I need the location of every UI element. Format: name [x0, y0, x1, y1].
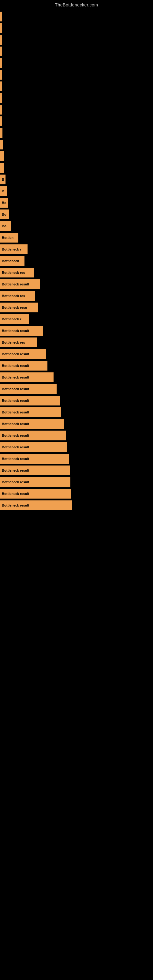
- bar-row: Bottlen: [0, 233, 153, 243]
- bar-row: [0, 93, 153, 103]
- bar-row: Bottleneck result: [0, 384, 153, 394]
- result-bar: [0, 12, 2, 21]
- bar-row: Bottleneck result: [0, 396, 153, 406]
- bar-row: Bottleneck result: [0, 454, 153, 464]
- bar-row: Bo: [0, 198, 153, 208]
- bar-row: [0, 46, 153, 56]
- bar-row: B: [0, 175, 153, 185]
- bar-row: Bottleneck: [0, 256, 153, 266]
- result-bar: Bottleneck res: [0, 291, 35, 301]
- result-bar: Bottleneck result: [0, 372, 54, 382]
- bar-row: [0, 70, 153, 80]
- bar-row: Bottleneck r: [0, 314, 153, 324]
- bar-row: [0, 23, 153, 33]
- result-bar: Bo: [0, 210, 9, 219]
- result-bar: [0, 128, 2, 138]
- bar-row: Bottleneck result: [0, 431, 153, 441]
- bar-row: Bottleneck res: [0, 291, 153, 301]
- bar-row: [0, 81, 153, 91]
- result-bar: [0, 81, 2, 91]
- bar-row: Bottleneck result: [0, 361, 153, 371]
- result-bar: Bottleneck result: [0, 500, 72, 510]
- result-bar: Bottleneck result: [0, 349, 46, 359]
- bars-wrapper: BBBoBoBoBottlenBottleneck rBottleneckBot…: [0, 9, 153, 510]
- bar-row: [0, 163, 153, 173]
- bar-row: Bottleneck result: [0, 407, 153, 417]
- bar-row: B: [0, 186, 153, 196]
- result-bar: Bottleneck result: [0, 431, 66, 441]
- result-bar: [0, 163, 4, 173]
- result-bar: [0, 23, 2, 33]
- bar-row: Bottleneck result: [0, 279, 153, 289]
- result-bar: Bottleneck result: [0, 396, 60, 406]
- result-bar: Bottleneck r: [0, 314, 29, 324]
- bar-row: Bottleneck result: [0, 349, 153, 359]
- result-bar: [0, 70, 2, 80]
- bar-row: Bottleneck res: [0, 268, 153, 277]
- bar-row: Bo: [0, 221, 153, 231]
- result-bar: Bottlen: [0, 233, 18, 243]
- result-bar: Bottleneck result: [0, 407, 61, 417]
- result-bar: Bottleneck result: [0, 361, 48, 371]
- result-bar: [0, 151, 4, 161]
- result-bar: Bottleneck result: [0, 279, 40, 289]
- site-title: TheBottlenecker.com: [0, 0, 153, 9]
- bar-row: [0, 105, 153, 115]
- result-bar: Bottleneck result: [0, 384, 57, 394]
- result-bar: [0, 58, 2, 68]
- result-bar: Bottleneck result: [0, 489, 71, 499]
- result-bar: [0, 116, 2, 126]
- result-bar: Bottleneck result: [0, 477, 70, 487]
- result-bar: Bottleneck: [0, 256, 24, 266]
- bar-row: Bottleneck result: [0, 500, 153, 510]
- bar-row: [0, 58, 153, 68]
- bar-row: Bottleneck resu: [0, 302, 153, 312]
- result-bar: [0, 46, 2, 56]
- result-bar: Bo: [0, 221, 11, 231]
- result-bar: Bottleneck res: [0, 337, 37, 347]
- result-bar: Bottleneck resu: [0, 302, 38, 312]
- result-bar: Bottleneck result: [0, 419, 64, 429]
- result-bar: Bottleneck result: [0, 454, 69, 464]
- bar-row: Bottleneck r: [0, 244, 153, 254]
- bar-row: [0, 151, 153, 161]
- result-bar: Bo: [0, 198, 8, 208]
- bar-row: Bottleneck result: [0, 466, 153, 475]
- bar-row: Bottleneck result: [0, 477, 153, 487]
- bar-row: Bottleneck result: [0, 326, 153, 336]
- bar-row: Bottleneck result: [0, 419, 153, 429]
- result-bar: Bottleneck result: [0, 326, 43, 336]
- bar-row: [0, 35, 153, 45]
- result-bar: Bottleneck result: [0, 442, 67, 452]
- bar-row: Bo: [0, 210, 153, 219]
- result-bar: B: [0, 186, 7, 196]
- bar-row: [0, 12, 153, 21]
- bar-row: Bottleneck result: [0, 442, 153, 452]
- bar-row: Bottleneck result: [0, 372, 153, 382]
- result-bar: Bottleneck res: [0, 268, 33, 277]
- bar-row: [0, 116, 153, 126]
- result-bar: [0, 93, 2, 103]
- result-bar: [0, 140, 3, 150]
- result-bar: B: [0, 175, 5, 185]
- bar-row: Bottleneck result: [0, 489, 153, 499]
- bar-row: [0, 140, 153, 150]
- result-bar: [0, 105, 2, 115]
- bar-row: Bottleneck res: [0, 337, 153, 347]
- result-bar: Bottleneck r: [0, 244, 27, 254]
- result-bar: Bottleneck result: [0, 466, 70, 475]
- result-bar: [0, 35, 2, 45]
- bar-row: [0, 128, 153, 138]
